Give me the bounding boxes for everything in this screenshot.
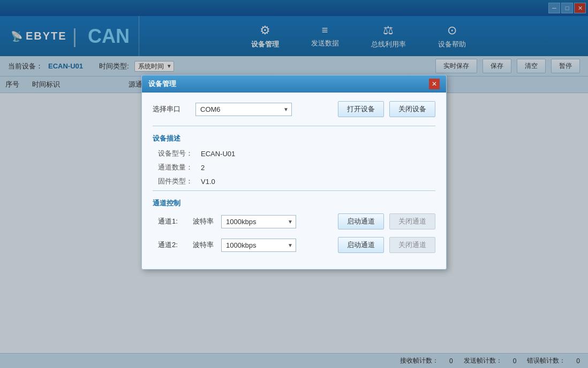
channel-ctrl-title: 通道控制	[153, 198, 435, 208]
channel2-start-button[interactable]: 启动通道	[338, 237, 384, 253]
modal-title: 设备管理	[148, 79, 176, 89]
channel1-label: 通道1:	[158, 217, 187, 226]
channel1-baud-label: 波特率	[193, 217, 214, 226]
channel2-baud-select[interactable]: 125kbps 250kbps 500kbps 1000kbps	[221, 239, 296, 252]
channel1-start-button[interactable]: 启动通道	[338, 213, 384, 229]
channel2-label: 通道2:	[158, 240, 187, 250]
divider-1	[153, 126, 435, 126]
channel1-stop-button[interactable]: 关闭通道	[389, 213, 435, 229]
model-row: 设备型号： ECAN-U01	[153, 149, 435, 158]
port-select-wrapper: COM1 COM2 COM3 COM4 COM5 COM6 ▼	[195, 103, 292, 116]
firmware-value: V1.0	[201, 178, 215, 186]
channel2-baud-label: 波特率	[193, 240, 214, 250]
device-mgmt-modal: 设备管理 ✕ 选择串口 COM1 COM2 COM3 COM4 COM5 COM…	[141, 75, 447, 270]
channel1-baud-wrapper: 125kbps 250kbps 500kbps 1000kbps ▼	[221, 215, 296, 228]
modal-close-button[interactable]: ✕	[429, 79, 440, 89]
channel1-baud-select[interactable]: 125kbps 250kbps 500kbps 1000kbps	[221, 215, 296, 228]
model-label: 设备型号：	[158, 149, 201, 158]
firmware-row: 固件类型： V1.0	[153, 177, 435, 186]
channel2-stop-button[interactable]: 关闭通道	[389, 237, 435, 253]
modal-overlay: 设备管理 ✕ 选择串口 COM1 COM2 COM3 COM4 COM5 COM…	[0, 0, 588, 368]
port-label: 选择串口	[153, 104, 190, 114]
open-device-button[interactable]: 打开设备	[338, 101, 384, 117]
device-desc-title: 设备描述	[153, 134, 435, 143]
model-value: ECAN-U01	[201, 150, 235, 158]
channels-value: 2	[201, 164, 205, 172]
channel1-row: 通道1: 波特率 125kbps 250kbps 500kbps 1000kbp…	[153, 213, 435, 229]
port-select[interactable]: COM1 COM2 COM3 COM4 COM5 COM6	[195, 103, 292, 116]
close-device-button[interactable]: 关闭设备	[389, 101, 435, 117]
modal-header: 设备管理 ✕	[142, 75, 446, 93]
channel2-row: 通道2: 波特率 125kbps 250kbps 500kbps 1000kbp…	[153, 237, 435, 253]
firmware-label: 固件类型：	[158, 177, 201, 186]
channels-label: 通道数量：	[158, 163, 201, 172]
modal-body: 选择串口 COM1 COM2 COM3 COM4 COM5 COM6 ▼ 打开设…	[142, 93, 446, 269]
port-row: 选择串口 COM1 COM2 COM3 COM4 COM5 COM6 ▼ 打开设…	[153, 101, 435, 117]
channels-row: 通道数量： 2	[153, 163, 435, 172]
channel2-baud-wrapper: 125kbps 250kbps 500kbps 1000kbps ▼	[221, 239, 296, 252]
divider-2	[153, 190, 435, 191]
